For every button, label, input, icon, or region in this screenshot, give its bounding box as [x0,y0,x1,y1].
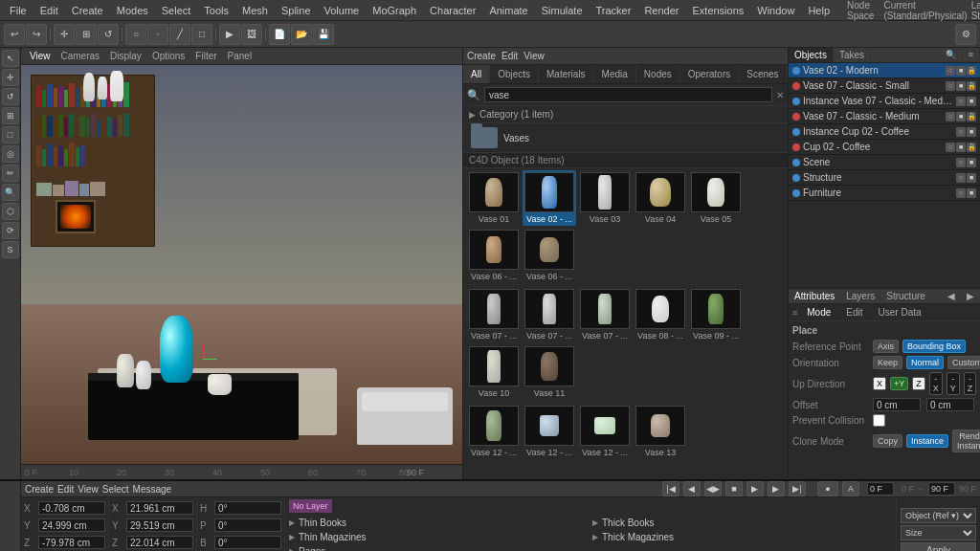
tc-create[interactable]: Create [25,484,54,495]
ab-create[interactable]: Create [467,51,496,61]
menu-edit[interactable]: Edit [34,3,64,18]
next-frame[interactable]: ▶ [768,481,785,496]
asset-vase06a[interactable]: Vase 06 - ... [467,228,521,283]
menu-simulate[interactable]: Simulate [536,3,589,18]
list-pages[interactable]: ▶ Pages [289,544,892,551]
size-z-input[interactable]: 22.014 cm [126,536,193,549]
end-frame-input[interactable] [928,482,955,496]
size-x-input[interactable]: 21.961 cm [126,501,193,515]
tool-6[interactable]: ◎ [2,145,19,163]
asset-vase08[interactable]: Vase 08 - ... [634,287,687,342]
vp-tab-display[interactable]: Display [105,50,146,62]
menu-file[interactable]: File [4,3,33,18]
prev-frame[interactable]: ◀ [683,481,701,496]
clone-render-btn[interactable]: Render Instance [952,430,980,452]
edge-mode[interactable]: ╱ [169,24,190,45]
ref-bbox-btn[interactable]: Bounding Box [902,340,966,353]
tab-takes[interactable]: Takes [834,48,871,62]
nav-forward[interactable]: ▶ [961,289,980,303]
vp-tab-cameras[interactable]: Cameras [56,50,105,62]
menu-character[interactable]: Character [424,3,481,18]
list-thin-mags[interactable]: ▶ Thin Magazines ▶ Thick Magazines [289,530,892,543]
size-y-input[interactable]: 29.519 cm [126,518,193,532]
search-input[interactable] [484,87,772,102]
pos-z-input[interactable]: -79.978 cm [38,536,105,549]
pos-y-input[interactable]: 24.999 cm [38,518,105,532]
search-objects-icon[interactable]: 🔍 [940,48,963,62]
sub-tab-userdata[interactable]: User Data [873,305,927,320]
menu-mograph[interactable]: MoGraph [367,3,422,18]
object-cup[interactable]: Cup 02 - Coffee ○ ■ 🔒 [789,140,980,155]
tc-view[interactable]: View [78,484,99,495]
tool-4[interactable]: ⊞ [2,107,19,124]
asset-vase04[interactable]: Vase 04 [634,170,687,226]
axis-nx-btn[interactable]: -X [929,372,943,395]
ab-view[interactable]: View [523,51,545,61]
redo-button[interactable]: ↪ [26,24,47,45]
search-clear[interactable]: ✕ [776,90,784,100]
clone-copy-btn[interactable]: Copy [873,434,902,448]
tab-objects[interactable]: Objects [789,48,834,62]
render-to-picture[interactable]: 🖼 [241,24,262,45]
orient-keep-btn[interactable]: Keep [873,356,902,369]
menu-modes[interactable]: Modes [111,3,154,18]
asset-vase12a[interactable]: Vase 12 - ... [467,404,521,459]
nav-back[interactable]: ◀ [942,289,961,303]
rotate-tool[interactable]: ↺ [98,24,119,45]
orient-normal-btn[interactable]: Normal [906,356,944,369]
asset-vase12c[interactable]: Vase 12 - ... [578,404,632,459]
asset-vase03[interactable]: Vase 03 [578,170,632,226]
vp-tab-view[interactable]: View [25,50,56,62]
menu-tracker[interactable]: Tracker [590,3,637,18]
asset-vase07c[interactable]: Vase 07 - ... [578,287,632,342]
vp-tab-panel[interactable]: Panel [223,50,257,62]
asset-vase02[interactable]: Vase 02 - ... [523,170,576,226]
axis-ny-btn[interactable]: -Y [947,372,960,395]
filter-tab-objects[interactable]: Objects [490,65,539,83]
scale-tool[interactable]: ⊞ [76,24,97,45]
filter-tab-scenes[interactable]: Scenes [739,65,787,83]
axis-y-btn[interactable]: +Y [890,377,908,390]
save-scene[interactable]: 💾 [313,24,334,45]
record-btn[interactable]: ● [817,481,838,496]
object-vase07-small[interactable]: Vase 07 - Classic - Small ○ ■ 🔒 [789,78,980,94]
stop[interactable]: ■ [725,481,743,496]
clone-instance-btn[interactable]: Instance [906,434,948,448]
menu-render[interactable]: Render [638,3,684,18]
menu-volume[interactable]: Volume [319,3,366,18]
object-instance-vase07-med[interactable]: Instance Vase 07 - Classic - Medium ○ ■ [789,94,980,109]
undo-button[interactable]: ↩ [4,24,25,45]
apply-button[interactable]: Apply [901,542,976,551]
current-frame-input[interactable] [867,482,894,496]
tc-select[interactable]: Select [102,484,129,495]
tab-layers[interactable]: Layers [840,289,880,303]
vp-tab-options[interactable]: Options [147,50,189,62]
go-end[interactable]: ▶| [789,481,806,496]
open-scene[interactable]: 📂 [291,24,312,45]
point-mode[interactable]: · [147,24,168,45]
object-vase02-modern[interactable]: Vase 02 - Modern ○ ■ 🔒 [789,63,980,78]
asset-vase10[interactable]: Vase 10 [467,344,521,400]
asset-vase06b[interactable]: Vase 06 - ... [523,228,576,283]
asset-vase07a[interactable]: Vase 07 - ... [467,287,521,342]
offset-y[interactable] [926,398,974,411]
tc-edit[interactable]: Edit [57,484,74,495]
rot-h-input[interactable]: 0° [214,501,281,515]
rot-b-input[interactable]: 0° [214,536,281,549]
play[interactable]: ▶ [746,481,764,496]
filter-tab-all[interactable]: All [463,65,490,83]
new-scene[interactable]: 📄 [269,24,290,45]
tool-3[interactable]: ↺ [2,88,19,105]
menu-animate[interactable]: Animate [483,3,533,18]
filter-objects-icon[interactable]: ≡ [963,48,980,62]
tc-message[interactable]: Message [133,484,172,495]
transform-gizmo[interactable] [189,344,217,373]
asset-vase01[interactable]: Vase 01 [467,170,521,226]
auto-key[interactable]: A [842,481,859,496]
tool-5[interactable]: □ [2,126,19,143]
tab-structure[interactable]: Structure [880,289,931,303]
filter-tab-media[interactable]: Media [594,65,636,83]
settings-button[interactable]: ⚙ [955,24,976,45]
prevent-collision-checkbox[interactable] [873,414,885,427]
menu-select[interactable]: Select [156,3,197,18]
